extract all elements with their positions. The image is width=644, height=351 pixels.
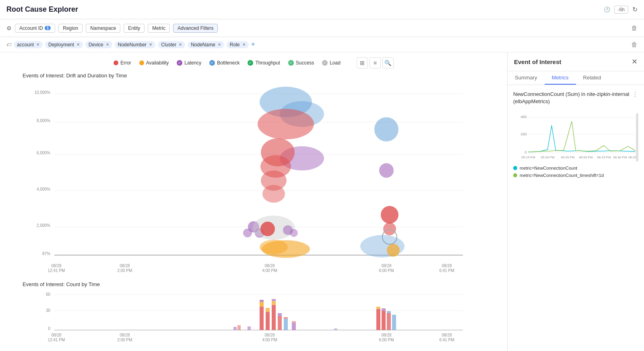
tag-role: Role ✕ — [227, 41, 249, 48]
chart-list-btn[interactable]: ≡ — [369, 57, 381, 69]
metric-card-more-button[interactable]: ⋮ — [632, 91, 638, 98]
time-label[interactable]: -6h — [614, 6, 628, 14]
svg-text:08/28: 08/28 — [381, 333, 391, 337]
svg-text:08/28: 08/28 — [381, 264, 391, 268]
filter-metric-label: Metric — [152, 25, 165, 31]
panel-close-button[interactable]: ✕ — [632, 57, 638, 66]
bar-chart-svg: 60 30 0 — [6, 290, 501, 342]
legend-availability-label: Availability — [146, 60, 169, 66]
filter-entity-label: Entity — [128, 25, 140, 31]
svg-text:8,000%: 8,000% — [37, 118, 50, 123]
svg-rect-60 — [272, 299, 276, 301]
svg-rect-65 — [292, 323, 296, 330]
svg-text:60: 60 — [46, 292, 51, 297]
panel-header: Event of Interest ✕ — [508, 52, 644, 71]
svg-text:05:45 PM: 05:45 PM — [561, 156, 575, 159]
legend-throughput[interactable]: ✓ Throughput — [248, 60, 280, 66]
tag-device-remove[interactable]: ✕ — [106, 42, 109, 47]
tag-cluster-label: Cluster — [161, 42, 176, 48]
svg-point-36 — [387, 244, 400, 257]
tab-related[interactable]: Related — [576, 71, 609, 85]
svg-rect-70 — [376, 309, 380, 330]
filter-account-id[interactable]: Account ID 1 — [15, 24, 55, 33]
tab-summary-label: Summary — [515, 75, 537, 81]
svg-text:05:15 PM: 05:15 PM — [521, 156, 535, 159]
legend-availability-dot — [139, 60, 144, 65]
svg-text:2,000%: 2,000% — [37, 223, 50, 228]
legend-latency-check: ✓ — [177, 60, 182, 66]
svg-point-34 — [260, 240, 288, 254]
svg-rect-68 — [237, 325, 241, 330]
filter-advanced[interactable]: Advanced Filters — [173, 24, 218, 33]
svg-text:400: 400 — [520, 115, 526, 119]
svg-point-20 — [262, 185, 285, 203]
tag-nodename-remove[interactable]: ✕ — [218, 42, 221, 47]
tag-nodenumber-label: NodeNumber — [118, 42, 147, 48]
legend-load[interactable]: ✓ Load — [322, 60, 341, 66]
svg-rect-58 — [272, 305, 276, 330]
tag-device-label: Device — [89, 42, 103, 48]
svg-text:08/28: 08/28 — [264, 264, 275, 268]
svg-text:4,000%: 4,000% — [37, 187, 50, 191]
svg-rect-56 — [266, 312, 270, 330]
svg-rect-74 — [387, 313, 391, 330]
svg-rect-73 — [382, 308, 386, 311]
legend-bottleneck-label: Bottleneck — [217, 60, 239, 66]
filter-metric[interactable]: Metric — [148, 24, 170, 33]
legend-success[interactable]: ✓ Success — [288, 60, 314, 66]
filter-namespace-label: Namespace — [90, 25, 116, 31]
tag-role-remove[interactable]: ✕ — [242, 42, 246, 47]
refresh-icon[interactable]: ↻ — [632, 6, 638, 13]
legend-mini-label-1: metric=NewConnectionCount_timeshift=1d — [520, 173, 604, 178]
legend-bottleneck[interactable]: ✓ Bottleneck — [209, 60, 239, 66]
svg-text:05:30 PM: 05:30 PM — [541, 156, 555, 159]
mini-chart-legend: metric=NewConnectionCount metric=NewConn… — [513, 166, 638, 178]
svg-text:08/28: 08/28 — [120, 264, 130, 268]
svg-text:6:00 PM: 6:00 PM — [379, 338, 394, 342]
legend-error[interactable]: Error — [114, 60, 131, 66]
legend-availability[interactable]: Availability — [139, 60, 169, 66]
bubble-chart-title: Events of Interest: Drift and Duration b… — [6, 73, 501, 79]
svg-text:2:00 PM: 2:00 PM — [117, 268, 132, 273]
chart-grid-btn[interactable]: ⊞ — [357, 57, 368, 69]
svg-text:10,000%: 10,000% — [35, 90, 51, 95]
legend-error-label: Error — [120, 60, 131, 66]
filter-entity[interactable]: Entity — [124, 24, 144, 33]
legend-throughput-label: Throughput — [255, 60, 280, 66]
mini-chart-scrollbar[interactable] — [636, 113, 638, 162]
svg-rect-66 — [292, 321, 296, 323]
tag-deployment-remove[interactable]: ✕ — [76, 42, 80, 47]
tag-account-remove[interactable]: ✕ — [36, 42, 39, 47]
svg-text:6:41 PM: 6:41 PM — [439, 268, 454, 273]
svg-text:6:00 PM: 6:00 PM — [379, 268, 394, 273]
main-content: Error Availability ✓ Latency ✓ Bottlenec… — [0, 52, 644, 351]
chart-zoom-btn[interactable]: 🔍 — [382, 57, 394, 69]
svg-text:0: 0 — [48, 326, 50, 331]
filter-account-id-label: Account ID — [19, 25, 43, 31]
tab-summary[interactable]: Summary — [508, 71, 545, 85]
svg-text:12:41 PM: 12:41 PM — [48, 338, 65, 342]
tag-bar-delete-icon[interactable]: 🗑 — [631, 41, 638, 48]
svg-text:4:00 PM: 4:00 PM — [262, 268, 277, 273]
tag-add-button[interactable]: + — [251, 40, 256, 49]
tag-cluster-remove[interactable]: ✕ — [179, 42, 182, 47]
tag-icon: 🏷 — [6, 42, 11, 48]
tag-nodenumber-remove[interactable]: ✕ — [149, 42, 152, 47]
legend-error-dot — [114, 60, 118, 65]
filter-region[interactable]: Region — [58, 24, 83, 33]
svg-text:08/28: 08/28 — [51, 264, 61, 268]
svg-text:06:15 PM: 06:15 PM — [597, 156, 611, 159]
tab-metrics[interactable]: Metrics — [545, 71, 576, 85]
filter-namespace[interactable]: Namespace — [86, 24, 120, 33]
legend-latency[interactable]: ✓ Latency — [177, 60, 201, 66]
tab-related-label: Related — [583, 75, 601, 81]
svg-point-23 — [381, 206, 398, 224]
svg-text:6:41 PM: 6:41 PM — [439, 338, 454, 342]
svg-text:12:41 PM: 12:41 PM — [48, 268, 65, 273]
panel-title: Event of Interest — [514, 58, 561, 65]
bar-chart-title: Events of Interest: Count by Time — [23, 281, 501, 287]
filter-bar-delete-icon[interactable]: 🗑 — [631, 25, 638, 32]
svg-rect-67 — [233, 327, 237, 330]
mini-chart: 400 200 0 05:15 PM 05:30 PM 05:45 PM — [513, 113, 638, 162]
tag-device: Device ✕ — [85, 41, 112, 48]
